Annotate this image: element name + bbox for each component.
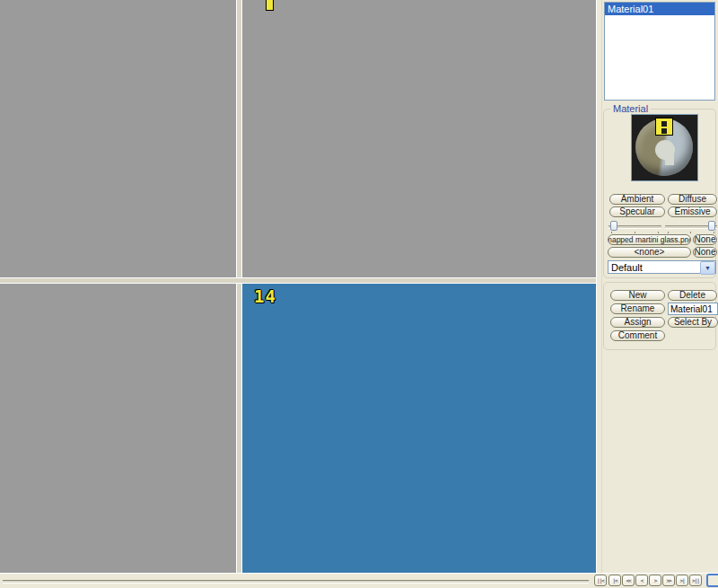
new-material-button[interactable]: New [610,290,665,301]
delete-material-button[interactable]: Delete [668,290,717,301]
next-keyframe-button[interactable]: >| [676,575,688,586]
shader-dropdown-value: Default [611,262,643,273]
slider-thumb[interactable] [708,221,715,231]
top-wireframe-canvas [0,284,236,573]
panel-divider [601,0,602,588]
assign-material-button[interactable]: Assign [610,317,665,328]
alphamap-none-button[interactable]: None [693,247,717,258]
texture-none-button[interactable]: None [693,234,717,245]
slider-thumb[interactable] [610,221,617,231]
animation-bar: ||< |< << < > >> >| >|| [0,573,718,588]
viewport-side-wireframe[interactable] [242,0,596,277]
step-forward-button[interactable]: > [649,575,661,586]
fast-forward-button[interactable]: >> [662,575,675,586]
frame-number-label: 14 [254,286,276,306]
select-by-material-button[interactable]: Select By [668,317,718,328]
front-wireframe-canvas [0,0,236,277]
diffuse-button[interactable]: Diffuse [668,194,717,205]
viewport-front-wireframe[interactable] [0,0,236,277]
materials-panel: Material01 Material Ambient Diffuse Spec… [596,0,718,588]
materials-list[interactable]: Material01 [604,2,715,101]
go-first-frame-button[interactable]: ||< [594,575,607,586]
viewport-top-wireframe[interactable] [0,284,236,573]
side-wireframe-canvas [242,0,596,277]
texture-marker [655,118,673,136]
viewport-splitter-horizontal[interactable] [0,277,596,284]
shininess-slider[interactable] [609,221,661,233]
viewport-3d-perspective[interactable]: 14 [242,284,596,573]
material-name-field[interactable] [668,303,718,315]
material-group-title: Material [610,103,651,114]
ambient-button[interactable]: Ambient [609,194,665,205]
go-last-frame-button[interactable]: >|| [689,575,702,586]
texture-marker-square [661,128,667,134]
chevron-down-icon[interactable]: ▼ [700,261,715,275]
rename-material-button[interactable]: Rename [610,303,665,314]
transparency-slider[interactable] [665,221,717,233]
comment-button[interactable]: Comment [610,330,665,341]
material-groupbox: Material Ambient Diffuse Specular Emissi… [603,109,716,278]
texture-marker-square [661,121,667,127]
alphamap-button[interactable]: <none> [608,247,691,258]
material-actions-groupbox: New Delete Rename Assign Select By Comme… [603,282,716,350]
viewport-grid: 14 [0,0,596,573]
viewport-splitter-vertical[interactable] [236,0,242,573]
fast-rewind-button[interactable]: << [622,575,635,586]
step-back-button[interactable]: < [635,575,648,586]
emissive-button[interactable]: Emissive [668,206,717,217]
viewport-label-clipped [266,0,274,11]
texture-file-button[interactable]: mapped martini glass.png [608,234,691,245]
sphere-texture-notch2 [665,151,674,165]
frame-slider[interactable] [3,580,589,584]
prev-keyframe-button[interactable]: |< [609,575,621,586]
material-list-item-selected[interactable]: Material01 [605,3,714,15]
perspective-canvas [242,284,596,573]
app-window: 14 Material01 Material Ambient Diffu [0,0,718,588]
specular-button[interactable]: Specular [609,206,665,217]
material-preview [631,114,698,181]
shader-dropdown[interactable]: Default ▼ [608,260,716,274]
play-button-partial[interactable] [706,574,718,587]
